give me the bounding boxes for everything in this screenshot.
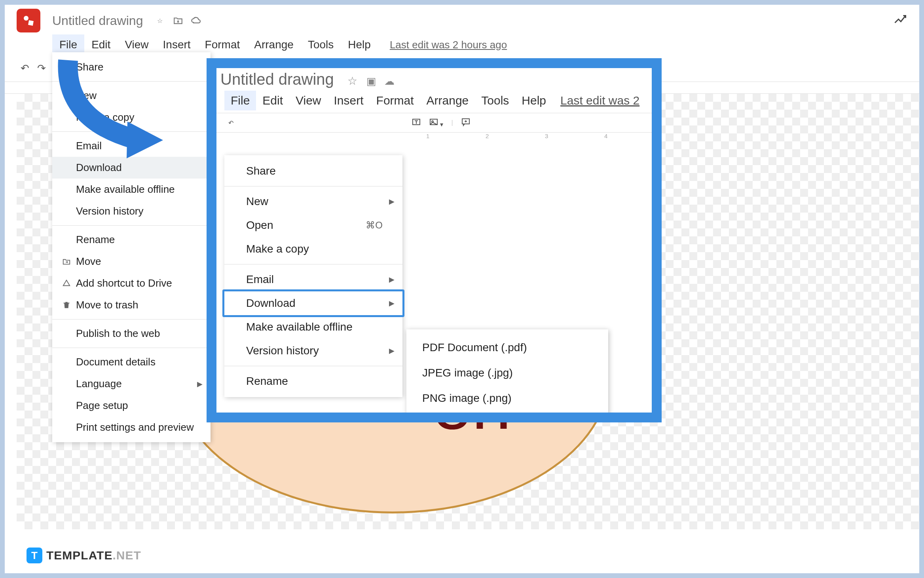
cloud-icon[interactable] [190, 15, 202, 27]
inset-menu-arrange[interactable]: Arrange [420, 91, 475, 110]
inset-menu-version-history[interactable]: Version history▶ [224, 339, 402, 363]
inset-toolbar: ↶ ▾ | [216, 113, 652, 133]
menu-move-trash[interactable]: Move to trash [52, 294, 211, 316]
menu-print-settings[interactable]: Print settings and preview [52, 416, 211, 438]
undo-icon[interactable]: ↶ [228, 119, 233, 127]
label: Rename [76, 234, 115, 246]
separator [52, 348, 211, 348]
undo-icon[interactable]: ↶ [17, 59, 33, 78]
move-folder-icon[interactable]: ▣ [366, 75, 376, 87]
label: Open [246, 219, 273, 232]
separator [224, 366, 402, 366]
menu-rename[interactable]: Rename [52, 229, 211, 251]
menu-offline[interactable]: Make available offline [52, 179, 211, 200]
chevron-right-icon: ▶ [389, 197, 395, 206]
inset-menu-file[interactable]: File [224, 91, 256, 110]
inset-menu-share[interactable]: Share [224, 159, 402, 183]
watermark-badge-icon: T [27, 548, 42, 563]
menu-publish[interactable]: Publish to the web [52, 323, 211, 344]
star-icon[interactable]: ☆ [154, 15, 166, 27]
title-bar: Untitled drawing ☆ [5, 5, 919, 34]
inset-menu-new[interactable]: New▶ [224, 190, 402, 213]
inset-menu-email[interactable]: Email▶ [224, 268, 402, 291]
menu-page-setup[interactable]: Page setup [52, 395, 211, 416]
submenu-jpeg[interactable]: JPEG image (.jpg) [406, 360, 608, 386]
inset-menu-insert[interactable]: Insert [328, 91, 370, 110]
ruler-tick: 4 [604, 133, 607, 139]
submenu-pdf[interactable]: PDF Document (.pdf) [406, 335, 608, 360]
inset-menu-offline[interactable]: Make available offline [224, 315, 402, 339]
label: Email [246, 273, 274, 286]
cloud-icon[interactable]: ☁ [384, 75, 395, 87]
inset-menu-download[interactable]: Download▶ [222, 289, 404, 317]
image-icon[interactable]: ▾ [429, 117, 443, 128]
activity-icon[interactable] [893, 13, 907, 29]
menu-arrange[interactable]: Arrange [247, 34, 301, 55]
inset-menu-rename[interactable]: Rename [224, 369, 402, 393]
last-edit-link[interactable]: Last edit was 2 hours ago [390, 39, 507, 51]
comment-icon[interactable] [461, 117, 471, 128]
folder-move-icon [62, 257, 76, 266]
chevron-right-icon: ▶ [389, 299, 395, 308]
menu-version-history[interactable]: Version history [52, 200, 211, 222]
ruler-tick: 3 [545, 133, 548, 139]
label: Download [246, 297, 296, 310]
label: Document details [76, 356, 156, 368]
label: Publish to the web [76, 327, 160, 340]
tutorial-inset-panel: Untitled drawing ☆ ▣ ☁ File Edit View In… [207, 58, 662, 422]
inset-menubar: File Edit View Insert Format Arrange Too… [216, 88, 652, 113]
label: New [246, 195, 268, 208]
label: Rename [246, 375, 288, 388]
inset-menu-help[interactable]: Help [515, 91, 552, 110]
menu-move[interactable]: Move [52, 251, 211, 272]
inset-menu-edit[interactable]: Edit [256, 91, 289, 110]
textbox-icon[interactable] [412, 117, 421, 128]
inset-doc-title: Untitled drawing [216, 70, 342, 88]
separator [224, 186, 402, 186]
redo-icon[interactable]: ↷ [33, 59, 50, 78]
inset-menu-make-copy[interactable]: Make a copy [224, 237, 402, 261]
separator [52, 319, 211, 319]
label: Print settings and preview [76, 421, 194, 434]
label: Move [76, 255, 101, 268]
inset-menu-format[interactable]: Format [370, 91, 420, 110]
inset-menu-view[interactable]: View [289, 91, 327, 110]
label: Add shortcut to Drive [76, 277, 172, 289]
move-folder-icon[interactable] [172, 15, 184, 27]
label: Make available offline [246, 321, 353, 333]
svg-point-0 [24, 16, 28, 21]
chevron-right-icon: ▶ [197, 380, 203, 388]
label: Language [76, 378, 122, 390]
separator [224, 264, 402, 264]
submenu-svg[interactable]: Scalable Vector Graphics (.svg) [406, 411, 608, 413]
star-icon[interactable]: ☆ [347, 75, 357, 87]
inset-menu-open[interactable]: Open⌘O [224, 213, 402, 237]
tutorial-arrow-icon [56, 56, 171, 167]
ruler-tick: 2 [486, 133, 489, 139]
label: Make a copy [246, 243, 309, 255]
menu-doc-details[interactable]: Document details [52, 351, 211, 373]
menu-help[interactable]: Help [341, 34, 378, 55]
inset-file-dropdown: Share New▶ Open⌘O Make a copy Email▶ Dow… [224, 155, 402, 397]
document-title[interactable]: Untitled drawing [52, 13, 143, 28]
chevron-right-icon: ▶ [389, 275, 395, 284]
inset-ruler: 1 2 3 4 [216, 133, 652, 144]
label: Version history [76, 205, 144, 217]
menu-language[interactable]: Language▶ [52, 373, 211, 395]
label: Make available offline [76, 183, 175, 196]
shortcut-label: ⌘O [366, 220, 383, 231]
inset-menu-tools[interactable]: Tools [475, 91, 515, 110]
inset-last-edit-link[interactable]: Last edit was 2 [560, 94, 639, 107]
label: Page setup [76, 399, 128, 412]
chevron-right-icon: ▶ [389, 346, 395, 355]
app-window: Untitled drawing ☆ File Edit View Insert… [5, 5, 919, 573]
app-logo-icon[interactable] [17, 9, 40, 32]
ruler-tick: 1 [426, 133, 429, 139]
menu-add-shortcut[interactable]: Add shortcut to Drive [52, 272, 211, 294]
submenu-png[interactable]: PNG image (.png) [406, 386, 608, 411]
menu-tools[interactable]: Tools [301, 34, 341, 55]
label: Move to trash [76, 299, 139, 311]
label: Share [246, 165, 276, 177]
watermark-text: TEMPLATE.NET [46, 549, 141, 562]
drive-shortcut-icon [62, 279, 76, 288]
